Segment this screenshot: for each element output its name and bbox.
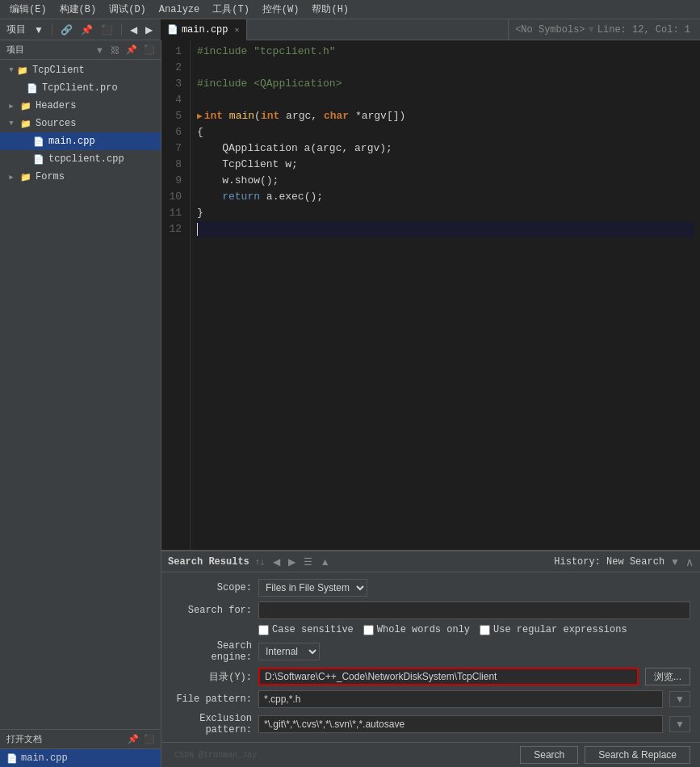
code-token: } [197,205,203,221]
search-panel-icon1[interactable]: ↑↓ [253,555,267,568]
dir-input[interactable] [258,668,639,685]
toolbar-nav-fwd[interactable]: ▶ [142,23,156,37]
search-panel-header: Search Results ↑↓ ◀ ▶ ☰ ▲ History: New S… [161,551,700,572]
label-tcpclient-cpp: tcpclient.cpp [48,153,124,165]
menu-widgets[interactable]: 控件(W) [256,0,306,19]
tree-item-headers[interactable]: ▶ 📁 Headers [0,97,161,115]
exclusion-row: Exclusion pattern: ▼ [171,713,690,736]
menu-analyze[interactable]: Analyze [153,0,206,19]
code-token: main [229,108,254,124]
scope-select[interactable]: Files in File System Current Project Cur… [258,579,367,597]
search-replace-btn[interactable]: Search & Replace [585,746,690,764]
line-num-11: 11 [161,205,187,221]
sidebar-pin-btn[interactable]: 📌 [124,44,140,56]
menu-build[interactable]: 构建(B) [53,0,103,19]
code-line-9: w.show(); [197,173,694,189]
menu-debug[interactable]: 调试(D) [103,0,153,19]
use-regex-item[interactable]: Use regular expressions [480,624,627,635]
file-pattern-input[interactable] [258,690,663,708]
file-pattern-dropdown[interactable]: ▼ [669,691,690,707]
open-docs-item-main[interactable]: 📄 main.cpp [0,749,161,767]
code-token [223,108,229,124]
folder-icon-headers: 📁 [19,101,32,111]
tab-close-btn[interactable]: ✕ [235,25,240,35]
search-btn[interactable]: Search [520,746,578,764]
search-for-label: Search for: [171,605,252,616]
tab-sep: ▼ [589,24,594,36]
engine-select[interactable]: Internal Git Grep [258,643,320,660]
label-pro: TcpClient.pro [42,82,118,94]
tree-item-tcpclient-pro[interactable]: 📄 TcpClient.pro [0,79,161,97]
label-headers: Headers [36,100,76,111]
case-sensitive-item[interactable]: Case sensitive [258,624,354,635]
exclusion-input[interactable] [258,715,663,733]
toolbar-sep-1 [52,23,52,36]
code-line-2 [197,60,694,76]
line-num-6: 6 [161,124,187,140]
sidebar-icons: ▼ ⛓ 📌 ⬛ [93,44,157,56]
sidebar-filter-btn[interactable]: ▼ [93,44,107,56]
scope-row: Scope: Files in File System Current Proj… [171,579,690,597]
search-for-row: Search for: [171,601,690,619]
search-panel-close-btn[interactable]: ∧ [685,555,694,568]
code-area[interactable]: #include "tcpclient.h" #include <QApplic… [191,40,700,550]
search-panel-title: Search Results [168,556,249,568]
exclusion-dropdown[interactable]: ▼ [669,716,690,732]
code-token: char [324,108,349,124]
browse-btn[interactable]: 浏览... [645,668,690,685]
label-forms: Forms [36,171,65,182]
code-token: a.exec(); [260,189,323,205]
code-token [197,189,222,205]
open-docs-pin-btn[interactable]: 📌 [125,733,141,745]
open-docs-expand-btn[interactable]: ⬛ [141,733,157,745]
search-panel-nav-next[interactable]: ▶ [286,555,298,568]
search-for-input[interactable] [258,601,690,619]
toolbar-nav-back[interactable]: ◀ [127,23,140,37]
dir-row: 目录(Y): 浏览... [171,668,690,685]
tree-item-forms[interactable]: ▶ 📁 Forms [0,168,161,186]
menu-edit[interactable]: 编辑(E) [3,0,53,19]
toolbar-pin-btn[interactable]: 📌 [78,23,96,37]
sidebar-sync-btn[interactable]: ⛓ [108,44,122,56]
menu-tools[interactable]: 工具(T) [206,0,256,19]
editor-content: 1 2 3 4 5 6 7 8 9 10 11 12 #include "t [161,40,700,550]
code-line-5: ▶ int main ( int argc, char *argv[]) [197,108,694,124]
case-sensitive-checkbox[interactable] [258,625,269,635]
search-form: Scope: Files in File System Current Proj… [161,572,700,742]
code-token: *argv[]) [349,108,405,124]
dir-label: 目录(Y): [171,670,252,684]
search-panel-nav-prev[interactable]: ◀ [270,555,283,568]
menu-help[interactable]: 帮助(H) [305,0,355,19]
arrow-tcpclient: ▼ [6,66,16,74]
toolbar-filter-btn[interactable]: ▼ [31,23,47,37]
sidebar-expand-btn[interactable]: ⬛ [141,44,157,56]
search-panel-history-dropdown[interactable]: ▼ [668,555,682,568]
tree-item-main-cpp[interactable]: 📄 main.cpp [0,132,161,150]
cpp-file-icon-tcp: 📄 [32,154,45,165]
whole-words-item[interactable]: Whole words only [363,624,470,635]
search-results-panel: Search Results ↑↓ ◀ ▶ ☰ ▲ History: New S… [161,550,700,767]
toolbar: 项目 ▼ 🔗 📌 ⬛ ◀ ▶ 📄 main.cpp ✕ <No Symbols>… [0,19,700,40]
code-token: int [204,108,223,124]
line-num-9: 9 [161,173,187,189]
tree-item-tcpclient-cpp[interactable]: 📄 tcpclient.cpp [0,150,161,168]
toolbar-link-btn[interactable]: 🔗 [57,23,76,37]
use-regex-checkbox[interactable] [480,625,490,635]
whole-words-checkbox[interactable] [363,625,374,635]
tree-item-sources[interactable]: ▼ 📁 Sources [0,115,161,132]
search-panel-up-btn[interactable]: ▲ [318,555,333,568]
search-panel-list-btn[interactable]: ☰ [301,555,315,568]
code-line-8: TcpClient w; [197,157,694,173]
line-num-7: 7 [161,140,187,157]
editor-search-container: 1 2 3 4 5 6 7 8 9 10 11 12 #include "t [161,40,700,767]
line-num-12: 12 [161,221,187,237]
toolbar-expand-btn[interactable]: ⬛ [98,23,116,37]
no-symbols-label: <No Symbols> [515,24,585,36]
open-docs-panel: 打开文档 📌 ⬛ 📄 main.cpp [0,729,161,767]
checkboxes-row: Case sensitive Whole words only Use regu… [258,624,690,635]
tab-main-cpp[interactable]: 📄 main.cpp ✕ [161,19,247,40]
line-num-1: 1 [161,44,187,60]
label-sources: Sources [36,118,76,129]
engine-label: Search engine: [171,640,252,663]
tree-item-tcpclient-root[interactable]: ▼ 📁 TcpClient [0,61,161,79]
